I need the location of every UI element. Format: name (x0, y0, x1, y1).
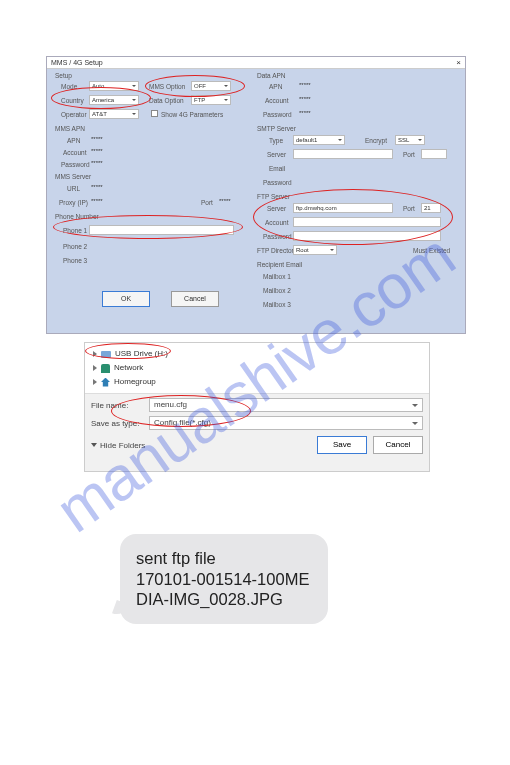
mms-port-field[interactable]: ***** (217, 197, 239, 207)
group-mms-server: MMS Server (55, 173, 91, 180)
data-account-field[interactable]: ***** (297, 95, 357, 105)
ftp-dir-label: FTP Directory (257, 247, 297, 254)
ftp-account-label: Account (265, 219, 289, 226)
tree-label: USB Drive (H:) (115, 347, 168, 361)
smtp-password-label: Password (263, 179, 292, 186)
caret-icon (93, 379, 97, 385)
window-title: MMS / 4G Setup (51, 59, 103, 66)
ok-button[interactable]: OK (102, 291, 150, 307)
show-4g-checkbox[interactable] (151, 110, 158, 117)
caret-icon (93, 365, 97, 371)
ftp-server-field[interactable]: ftp.dmwhq.com (293, 203, 393, 213)
mms-password-label: Password (61, 161, 90, 168)
smtp-email-label: Email (269, 165, 285, 172)
mms-port-label: Port (201, 199, 213, 206)
tree-item-homegroup[interactable]: Homegroup (93, 375, 168, 389)
smtp-server-label: Server (267, 151, 286, 158)
smtp-port-label: Port (403, 151, 415, 158)
caret-icon (93, 351, 97, 357)
mms-url-label: URL (67, 185, 80, 192)
close-icon[interactable]: × (456, 57, 461, 69)
network-icon (101, 364, 110, 373)
show-4g-label: Show 4G Parameters (161, 111, 223, 118)
phone1-field[interactable] (89, 225, 234, 235)
smtp-port-field[interactable] (421, 149, 447, 159)
hide-folders-label: Hide Folders (100, 441, 145, 450)
smtp-type-select[interactable]: default1 (293, 135, 345, 145)
tree-item-usb[interactable]: USB Drive (H:) (93, 347, 168, 361)
cancel-button[interactable]: Cancel (171, 291, 219, 307)
sms-line3: DIA-IMG_0028.JPG (136, 589, 312, 610)
tree-label: Homegroup (114, 375, 156, 389)
mailbox2-label: Mailbox 2 (263, 287, 291, 294)
window-titlebar: MMS / 4G Setup × (47, 57, 465, 69)
save-dialog: USB Drive (H:) Network Homegroup File na… (84, 342, 430, 472)
mailbox3-label: Mailbox 3 (263, 301, 291, 308)
mms-url-field[interactable]: ***** (89, 183, 149, 193)
ftp-must-label: Must Existed (413, 247, 450, 254)
sms-bubble: sent ftp file 170101-001514-100ME DIA-IM… (120, 534, 328, 624)
mode-label: Mode (61, 83, 77, 90)
drive-icon (101, 351, 111, 358)
phone1-label: Phone 1 (63, 227, 87, 234)
hide-folders-toggle[interactable]: Hide Folders (91, 441, 145, 450)
data-apn-field[interactable]: ***** (297, 81, 357, 91)
mms-account-field[interactable]: ***** (89, 147, 149, 157)
ftp-port-field[interactable]: 21 (421, 203, 441, 213)
data-option-label: Data Option (149, 97, 184, 104)
mms-proxy-label: Proxy (IP) (59, 199, 88, 206)
save-button[interactable]: Save (317, 436, 367, 454)
mms-account-label: Account (63, 149, 87, 156)
savetype-select[interactable]: Config file(*.cfg) (149, 416, 423, 430)
mode-select[interactable]: Auto (89, 81, 139, 91)
group-emails: Recipient Email (257, 261, 302, 268)
data-password-label: Password (263, 111, 292, 118)
data-option-select[interactable]: FTP (191, 95, 231, 105)
group-ftp: FTP Server (257, 193, 290, 200)
mms-proxy-field[interactable]: ***** (89, 197, 149, 207)
phone2-label: Phone 2 (63, 243, 87, 250)
tree-item-network[interactable]: Network (93, 361, 168, 375)
group-mms-apn: MMS APN (55, 125, 85, 132)
mailbox1-label: Mailbox 1 (263, 273, 291, 280)
country-select[interactable]: America (89, 95, 139, 105)
ftp-port-label: Port (403, 205, 415, 212)
ftp-password-label: Password (263, 233, 292, 240)
country-label: Country (61, 97, 84, 104)
sms-line2: 170101-001514-100ME (136, 569, 312, 590)
mms-apn-label: APN (67, 137, 80, 144)
ftp-dir-select[interactable]: Root (293, 245, 337, 255)
ftp-server-label: Server (267, 205, 286, 212)
mms-4g-setup-window: MMS / 4G Setup × Setup Mode Auto MMS Opt… (46, 56, 466, 334)
group-phone: Phone Number (55, 213, 99, 220)
data-apn-label: APN (269, 83, 282, 90)
ftp-password-field[interactable] (293, 231, 441, 241)
tree-label: Network (114, 361, 143, 375)
phone3-label: Phone 3 (63, 257, 87, 264)
data-account-label: Account (265, 97, 289, 104)
homegroup-icon (101, 378, 110, 387)
smtp-encrypt-label: Encrypt (365, 137, 387, 144)
group-setup: Setup (55, 72, 72, 79)
mms-option-label: MMS Option (149, 83, 185, 90)
ftp-account-field[interactable] (293, 217, 441, 227)
smtp-server-field[interactable] (293, 149, 393, 159)
data-password-field[interactable]: ***** (297, 109, 357, 119)
operator-label: Operator (61, 111, 87, 118)
cancel-save-button[interactable]: Cancel (373, 436, 423, 454)
save-panel: File name: menu.cfg Save as type: Config… (85, 393, 429, 471)
filename-field[interactable]: menu.cfg (149, 398, 423, 412)
savetype-label: Save as type: (91, 419, 149, 428)
smtp-type-label: Type (269, 137, 283, 144)
chevron-down-icon (91, 443, 97, 447)
sms-line1: sent ftp file (136, 548, 312, 569)
filename-label: File name: (91, 401, 149, 410)
mms-apn-field[interactable]: ***** (89, 135, 149, 145)
group-data-apn: Data APN (257, 72, 286, 79)
location-tree: USB Drive (H:) Network Homegroup (93, 347, 168, 389)
operator-select[interactable]: AT&T (89, 109, 139, 119)
mms-password-field[interactable]: ***** (89, 159, 149, 169)
smtp-encrypt-select[interactable]: SSL (395, 135, 425, 145)
group-smtp: SMTP Server (257, 125, 296, 132)
mms-option-select[interactable]: OFF (191, 81, 231, 91)
